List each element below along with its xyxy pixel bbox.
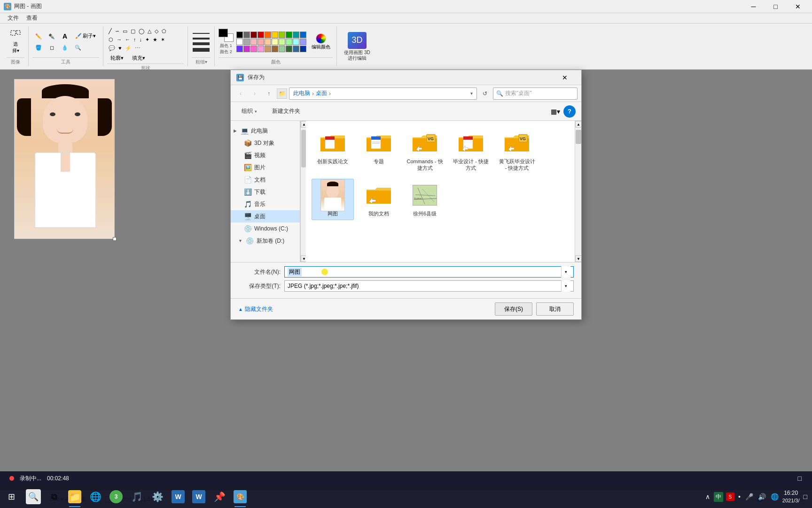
search-taskbar-icon: 🔍 xyxy=(26,489,41,504)
grid-scroll-track[interactable] xyxy=(575,127,581,255)
filetype-field[interactable]: JPEG (*.jpg;*.jpeg;*.jpe;*.jfif) ▾ xyxy=(284,280,574,292)
windows-icon: ⊞ xyxy=(8,492,15,502)
breadcrumb-this-pc[interactable]: 此电脑 xyxy=(293,89,310,97)
refresh-button[interactable]: ↺ xyxy=(479,88,491,99)
taskbar-file-explorer[interactable]: 📁 xyxy=(65,485,85,508)
grid-scroll-down[interactable]: ▼ xyxy=(575,255,581,262)
file-item-wangtou[interactable]: 网图 xyxy=(312,179,354,220)
grid-scroll-thumb[interactable] xyxy=(576,130,581,144)
task-view-icon: ⧉ xyxy=(47,490,61,503)
taskbar-edge[interactable]: 🌐 xyxy=(86,485,105,508)
sidebar-scroll-thumb[interactable] xyxy=(301,130,306,167)
new-folder-button[interactable]: 新建文件夹 xyxy=(266,105,306,118)
search-placeholder: 搜索"桌面" xyxy=(505,89,532,97)
taskbar-word2[interactable]: W xyxy=(189,485,209,508)
sidebar-item-downloads[interactable]: ⬇️ 下载 xyxy=(231,186,300,198)
file-item-xuzhou[interactable]: Xuzhou 徐州6县级 xyxy=(404,179,446,220)
pictures-icon: 🖼️ xyxy=(244,164,251,171)
hide-folders-button[interactable]: ▲ 隐藏文件夹 xyxy=(238,305,273,313)
record-time: 00:02:48 xyxy=(47,475,69,482)
up-button[interactable]: ↑ xyxy=(263,88,275,99)
recording-bar: 录制中... 00:02:48 □ xyxy=(0,471,812,485)
file-item-hfy[interactable]: VG 黄飞跃毕业设计 - 快捷方式 xyxy=(496,127,538,175)
file-item-chuangxin[interactable]: 创新实践论文 xyxy=(312,127,354,175)
cancel-button[interactable]: 取消 xyxy=(536,302,574,316)
taskbar-task-view[interactable]: ⧉ xyxy=(44,485,64,508)
dialog-toolbar: 组织 ▾ 新建文件夹 ▦▾ ? xyxy=(231,102,581,121)
taskbar-paint[interactable]: 🎨 xyxy=(230,485,250,508)
tray-dot[interactable]: • xyxy=(737,492,742,501)
dialog-sidebar: ▶ 💻 此电脑 📦 3D 对象 🎬 视频 🖼️ 图片 xyxy=(231,121,300,262)
breadcrumb-desktop[interactable]: 桌面 xyxy=(316,89,327,97)
back-button[interactable]: ‹ xyxy=(234,88,247,99)
breadcrumb-bar[interactable]: 此电脑 › 桌面 › ▾ xyxy=(289,87,477,100)
sidebar-item-this-pc[interactable]: ▶ 💻 此电脑 xyxy=(231,125,300,137)
help-button[interactable]: ? xyxy=(563,105,576,118)
tray-network[interactable]: 🌐 xyxy=(770,492,780,501)
file-grid[interactable]: 创新实践论文 xyxy=(306,121,575,262)
file-grid-container: 创新实践论文 xyxy=(306,121,581,262)
sidebar-item-pictures[interactable]: 🖼️ 图片 xyxy=(231,161,300,174)
folder-mydocs-icon xyxy=(366,182,392,208)
d-drive-expand-icon: ▼ xyxy=(238,238,242,243)
tray-icon-s[interactable]: S xyxy=(726,492,734,501)
sidebar-item-video[interactable]: 🎬 视频 xyxy=(231,149,300,161)
taskbar-360[interactable]: 3 xyxy=(106,485,126,508)
system-tray: ∧ 中 S • 🎤 🔊 🌐 16:20 2021/3/ □ xyxy=(701,489,812,504)
taskbar-settings[interactable]: ⚙️ xyxy=(148,485,167,508)
file-item-byeshe[interactable]: 毕业设计 - 快捷方式 xyxy=(450,127,492,175)
sidebar-container: ▶ 💻 此电脑 📦 3D 对象 🎬 视频 🖼️ 图片 xyxy=(231,121,306,262)
svg-rect-3 xyxy=(325,136,335,140)
tray-action-center[interactable]: □ xyxy=(803,492,808,501)
taskbar: ⊞ 🔍 ⧉ 📁 🌐 3 🎵 ⚙️ W W 📌 🎨 ∧ 中 S • 🎤 🔊 🌐 xyxy=(0,485,812,508)
systray-datetime[interactable]: 16:20 2021/3/ xyxy=(782,489,800,504)
search-box[interactable]: 🔍 搜索"桌面" xyxy=(493,87,578,100)
word-icon: W xyxy=(172,490,185,503)
photo-wangtou-icon xyxy=(320,182,346,208)
tray-speaker[interactable]: 🔊 xyxy=(757,492,767,501)
tray-expand[interactable]: ∧ xyxy=(704,492,711,501)
file-item-mydocs[interactable]: 我的文档 xyxy=(358,179,400,220)
dialog-bottom: 文件名(N): 网图 ▾ 保存类型(T): JPEG (*.jpg;*.jpeg… xyxy=(231,262,581,298)
sidebar-item-desktop[interactable]: 🖥️ 桌面 xyxy=(231,210,300,222)
filename-field[interactable]: 网图 ▾ xyxy=(284,266,574,278)
tray-ime-indicator[interactable]: 中 xyxy=(714,492,723,502)
music-icon: 🎵 xyxy=(244,200,251,208)
file-item-zhuanti[interactable]: 专题 xyxy=(358,127,400,175)
file-item-commands[interactable]: VG Commands - 快捷方式 xyxy=(404,127,446,175)
sidebar-item-3d[interactable]: 📦 3D 对象 xyxy=(231,137,300,149)
dialog-close-button[interactable]: ✕ xyxy=(554,70,576,85)
folder-commands-icon: VG xyxy=(412,130,438,156)
save-button[interactable]: 保存(S) xyxy=(495,302,532,316)
start-menu-button[interactable]: ⊞ xyxy=(0,485,23,508)
taskbar-music[interactable]: 🎵 xyxy=(127,485,147,508)
sidebar-item-c-drive[interactable]: 💿 Windows (C:) xyxy=(231,222,300,235)
forward-button[interactable]: › xyxy=(249,88,261,99)
filetype-dropdown-button[interactable]: ▾ xyxy=(561,280,570,292)
svg-rect-5 xyxy=(371,136,381,140)
filename-dropdown-button[interactable]: ▾ xyxy=(561,266,570,278)
dialog-actions: ▲ 隐藏文件夹 保存(S) 取消 xyxy=(231,298,581,319)
filetype-value: JPEG (*.jpg;*.jpeg;*.jpe;*.jfif) xyxy=(288,283,359,289)
purple-app-icon: 📌 xyxy=(213,490,226,503)
cursor-indicator xyxy=(321,269,328,275)
taskbar-word[interactable]: W xyxy=(168,485,188,508)
tray-mic[interactable]: 🎤 xyxy=(744,492,754,501)
dialog-title-text: 保存为 xyxy=(248,73,554,81)
taskbar-purple[interactable]: 📌 xyxy=(210,485,229,508)
sidebar-item-documents[interactable]: 📄 文档 xyxy=(231,174,300,186)
organize-button[interactable]: 组织 ▾ xyxy=(236,105,262,118)
record-stop-button[interactable]: □ xyxy=(797,474,803,483)
view-toggle-button[interactable]: ▦▾ xyxy=(549,105,562,118)
settings-icon: ⚙️ xyxy=(151,490,164,503)
sidebar-item-music[interactable]: 🎵 音乐 xyxy=(231,198,300,210)
taskbar-search[interactable]: 🔍 xyxy=(23,485,43,508)
grid-scroll-up[interactable]: ▲ xyxy=(575,121,581,127)
sidebar-scrollbar: ▲ ▼ xyxy=(300,121,306,262)
dialog-title-icon: 💾 xyxy=(236,74,244,81)
security-icon: 3 xyxy=(109,490,123,503)
sidebar-item-d-drive[interactable]: ▼ 💿 新加卷 (D:) xyxy=(231,235,300,247)
record-dot xyxy=(9,476,14,481)
pc-icon: 💻 xyxy=(241,127,248,135)
breadcrumb-dropdown-arrow[interactable]: ▾ xyxy=(470,91,473,96)
